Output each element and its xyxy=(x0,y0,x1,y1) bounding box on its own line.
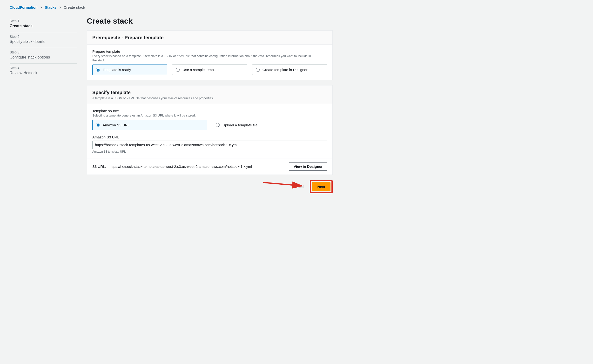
wizard-step-4[interactable]: Step 4 Review Hotsock xyxy=(10,64,77,79)
breadcrumb: CloudFormation › Stacks › Create stack xyxy=(10,5,583,10)
page-title: Create stack xyxy=(87,17,333,26)
wizard-step-title: Review Hotsock xyxy=(10,71,77,75)
prepare-template-options: Template is ready Use a sample template … xyxy=(92,65,327,75)
view-in-designer-button[interactable]: View in Designer xyxy=(289,162,327,171)
panel-heading: Specify template xyxy=(92,90,327,95)
radio-icon xyxy=(96,68,100,72)
panel-prerequisite: Prerequisite - Prepare template Prepare … xyxy=(87,30,333,80)
summary-value: https://hotsock-stack-templates-us-west-… xyxy=(109,164,252,169)
wizard-actions: Cancel Next xyxy=(87,180,333,193)
breadcrumb-cloudformation[interactable]: CloudFormation xyxy=(10,5,38,9)
radio-icon xyxy=(216,123,220,127)
tile-create-in-designer[interactable]: Create template in Designer xyxy=(252,65,327,75)
panel-footer: S3 URL: https://hotsock-stack-templates-… xyxy=(87,158,332,175)
panel-heading: Prerequisite - Prepare template xyxy=(92,35,327,40)
panel-header: Prerequisite - Prepare template xyxy=(87,31,332,45)
chevron-right-icon: › xyxy=(40,5,42,10)
wizard-step-label: Step 4 xyxy=(10,66,77,70)
main-content: Create stack Prerequisite - Prepare temp… xyxy=(87,17,333,193)
panel-specify-template: Specify template A template is a JSON or… xyxy=(87,85,333,175)
chevron-right-icon: › xyxy=(59,5,61,10)
wizard-step-title: Configure stack options xyxy=(10,55,77,59)
template-source-options: Amazon S3 URL Upload a template file xyxy=(92,120,327,130)
tile-label: Amazon S3 URL xyxy=(103,123,130,127)
field-help-template-source: Selecting a template generates an Amazon… xyxy=(92,113,314,118)
radio-icon xyxy=(176,68,180,72)
cancel-button[interactable]: Cancel xyxy=(289,183,306,191)
next-button[interactable]: Next xyxy=(312,182,330,191)
tile-label: Upload a template file xyxy=(222,123,257,127)
tile-use-sample-template[interactable]: Use a sample template xyxy=(172,65,247,75)
breadcrumb-current: Create stack xyxy=(64,5,85,9)
radio-icon xyxy=(96,123,100,127)
tile-upload-template-file[interactable]: Upload a template file xyxy=(212,120,327,130)
tile-label: Create template in Designer xyxy=(263,68,308,72)
wizard-step-title: Specify stack details xyxy=(10,39,77,44)
wizard-step-label: Step 1 xyxy=(10,19,77,23)
next-button-callout: Next xyxy=(310,180,333,193)
panel-header: Specify template A template is a JSON or… xyxy=(87,85,332,104)
tile-label: Template is ready xyxy=(103,68,131,72)
s3-url-summary: S3 URL: https://hotsock-stack-templates-… xyxy=(92,164,252,169)
s3-url-input[interactable] xyxy=(92,141,327,149)
wizard-step-1[interactable]: Step 1 Create stack xyxy=(10,17,77,32)
summary-key: S3 URL: xyxy=(92,164,106,169)
wizard-steps-sidebar: Step 1 Create stack Step 2 Specify stack… xyxy=(10,17,77,193)
panel-subheading: A template is a JSON or YAML file that d… xyxy=(92,96,327,100)
radio-icon xyxy=(256,68,260,72)
tile-label: Use a sample template xyxy=(182,68,219,72)
field-hint-s3-url: Amazon S3 template URL xyxy=(92,150,327,153)
field-label-s3-url: Amazon S3 URL xyxy=(92,135,327,139)
wizard-step-3[interactable]: Step 3 Configure stack options xyxy=(10,48,77,64)
field-label-template-source: Template source xyxy=(92,109,327,113)
field-help-prepare-template: Every stack is based on a template. A te… xyxy=(92,54,314,63)
wizard-step-title: Create stack xyxy=(10,24,77,28)
wizard-step-2[interactable]: Step 2 Specify stack details xyxy=(10,32,77,48)
tile-template-is-ready[interactable]: Template is ready xyxy=(92,65,167,75)
field-label-prepare-template: Prepare template xyxy=(92,49,327,53)
wizard-step-label: Step 3 xyxy=(10,50,77,54)
wizard-step-label: Step 2 xyxy=(10,35,77,39)
breadcrumb-stacks[interactable]: Stacks xyxy=(45,5,56,9)
tile-amazon-s3-url[interactable]: Amazon S3 URL xyxy=(92,120,207,130)
